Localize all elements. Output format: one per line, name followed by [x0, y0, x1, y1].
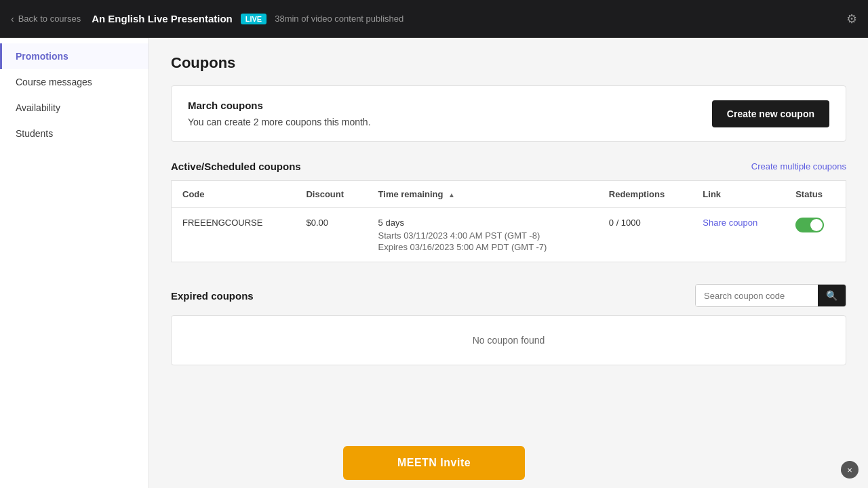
coupon-code: FREEENGCOURSE: [172, 208, 296, 262]
col-header-link: Link: [692, 181, 785, 208]
back-arrow-icon: ‹: [11, 14, 14, 24]
march-card-title: March coupons: [188, 100, 371, 111]
time-days: 5 days: [378, 218, 587, 228]
sidebar-item-promotions[interactable]: Promotions: [0, 43, 149, 69]
col-header-discount: Discount: [295, 181, 367, 208]
sidebar: Promotions Course messages Availability …: [0, 38, 149, 488]
coupons-table: Code Discount Time remaining ▲ Redemptio…: [171, 180, 846, 262]
sort-arrow-icon: ▲: [448, 191, 455, 199]
coupon-status-cell: [785, 208, 846, 262]
march-card-left: March coupons You can create 2 more coup…: [188, 100, 371, 127]
settings-gear-icon[interactable]: ⚙: [846, 12, 857, 26]
sidebar-item-availability[interactable]: Availability: [0, 95, 149, 121]
back-label: Back to courses: [18, 14, 81, 24]
col-header-code: Code: [172, 181, 296, 208]
search-coupon-input[interactable]: [696, 285, 818, 306]
sidebar-item-students[interactable]: Students: [0, 121, 149, 146]
navbar-subtitle: 38min of video content published: [275, 14, 403, 24]
expired-section: Expired coupons 🔍 No coupon found: [171, 284, 846, 365]
col-header-time-remaining[interactable]: Time remaining ▲: [368, 181, 598, 208]
main-layout: Promotions Course messages Availability …: [0, 38, 868, 488]
coupon-redemptions: 0 / 1000: [598, 208, 692, 262]
create-new-coupon-button[interactable]: Create new coupon: [712, 100, 829, 127]
close-button[interactable]: ×: [841, 461, 859, 479]
meetn-bar: MEETN Invite: [0, 438, 868, 488]
time-starts: Starts 03/11/2023 4:00 AM PST (GMT -8): [378, 230, 587, 241]
expired-section-title: Expired coupons: [171, 290, 254, 302]
create-multiple-coupons-link[interactable]: Create multiple coupons: [751, 161, 846, 171]
search-icon: 🔍: [826, 290, 837, 301]
share-coupon-link[interactable]: Share coupon: [703, 218, 757, 228]
coupon-discount: $0.00: [295, 208, 367, 262]
search-button[interactable]: 🔍: [818, 285, 846, 306]
march-card-description: You can create 2 more coupons this month…: [188, 117, 371, 127]
page-title: Coupons: [171, 54, 846, 72]
coupon-status-toggle[interactable]: [795, 218, 824, 232]
search-container: 🔍: [695, 284, 846, 307]
col-header-status: Status: [785, 181, 846, 208]
back-to-courses-link[interactable]: ‹ Back to courses: [11, 14, 81, 24]
table-row: FREEENGCOURSE $0.00 5 days Starts 03/11/…: [172, 208, 846, 262]
sidebar-item-course-messages[interactable]: Course messages: [0, 69, 149, 95]
col-header-redemptions: Redemptions: [598, 181, 692, 208]
active-section-title: Active/Scheduled coupons: [171, 161, 301, 172]
coupon-link: Share coupon: [692, 208, 785, 262]
expired-header: Expired coupons 🔍: [171, 284, 846, 307]
time-expires: Expires 03/16/2023 5:00 AM PDT (GMT -7): [378, 242, 587, 252]
meetn-invite-button[interactable]: MEETN Invite: [343, 446, 525, 480]
live-badge: LIVE: [241, 14, 267, 24]
close-icon: ×: [847, 465, 852, 475]
navbar: ‹ Back to courses An English Live Presen…: [0, 0, 868, 38]
course-title: An English Live Presentation: [92, 13, 233, 24]
no-coupon-found: No coupon found: [171, 315, 846, 365]
coupon-time-remaining: 5 days Starts 03/11/2023 4:00 AM PST (GM…: [368, 208, 598, 262]
content-area: Coupons March coupons You can create 2 m…: [149, 38, 868, 488]
active-section-header: Active/Scheduled coupons Create multiple…: [171, 161, 846, 172]
march-coupons-card: March coupons You can create 2 more coup…: [171, 85, 846, 142]
table-header-row: Code Discount Time remaining ▲ Redemptio…: [172, 181, 846, 208]
